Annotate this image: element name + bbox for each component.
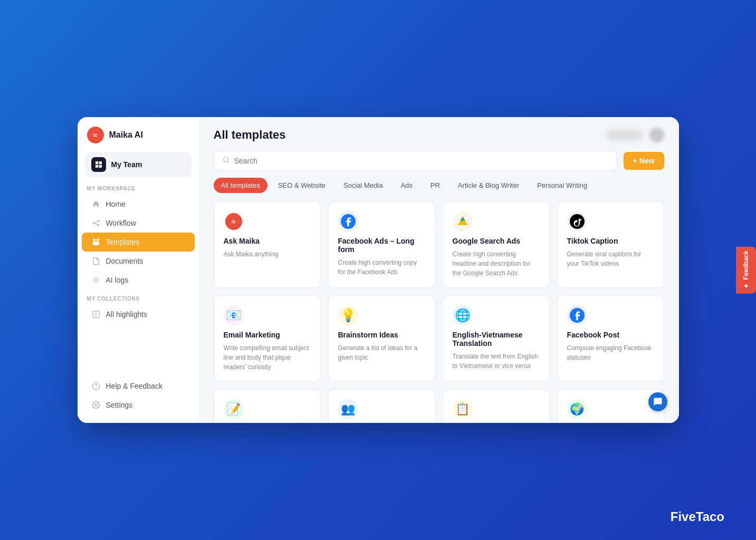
- ask-maika-icon: ≈: [224, 211, 244, 232]
- blog-ideas-icon: 🌍: [567, 399, 587, 419]
- svg-point-18: [95, 404, 97, 406]
- template-card-google-ads[interactable]: Google Search Ads Create high converting…: [443, 201, 550, 288]
- filter-tab-article[interactable]: Article & Blog Writer: [451, 178, 527, 193]
- new-button[interactable]: + New: [624, 152, 664, 170]
- translation-icon: 🌐: [453, 305, 473, 325]
- filter-tab-social[interactable]: Social Media: [336, 178, 390, 193]
- sidebar: ≈ Maika AI My Team MY WORKSPACE Home: [78, 117, 199, 423]
- team-selector[interactable]: My Team: [85, 152, 192, 177]
- svg-rect-1: [99, 161, 101, 164]
- sidebar-item-templates[interactable]: Templates: [82, 233, 195, 252]
- ask-maika-desc: Ask Maika anything: [224, 249, 311, 259]
- home-label: Home: [106, 200, 126, 208]
- brainstorm-title: Brainstorm Ideas: [338, 331, 425, 339]
- workflow-label: Workflow: [106, 219, 136, 227]
- svg-point-19: [223, 157, 228, 162]
- template-card-translation[interactable]: 🌐 English-Vietnamese Translation Transla…: [443, 295, 550, 382]
- search-bar[interactable]: [214, 151, 617, 170]
- help-icon: [91, 381, 101, 391]
- template-card-tiktok[interactable]: Tiktok Caption Generate viral captions f…: [557, 201, 664, 288]
- filter-tab-all[interactable]: All templates: [214, 178, 267, 193]
- logo-icon: ≈: [87, 127, 104, 143]
- svg-line-8: [94, 223, 98, 225]
- email-icon: 📧: [224, 305, 244, 325]
- template-card-blog-ideas[interactable]: 🌍 Article/Blog Ideas Generate compelling…: [557, 389, 664, 423]
- user-avatar-blurred: [649, 128, 664, 142]
- blog-outline-icon: 👥: [338, 399, 358, 419]
- sidebar-item-ailogs[interactable]: AI logs: [82, 271, 195, 290]
- sidebar-item-documents[interactable]: Documents: [82, 252, 195, 271]
- template-card-blog-title[interactable]: 📋 Article/Blog Title Craft captivating t…: [443, 389, 550, 423]
- filter-tab-ads[interactable]: Ads: [393, 178, 419, 193]
- svg-rect-10: [96, 239, 99, 240]
- sidebar-item-workflow[interactable]: Workflow: [82, 214, 195, 233]
- template-card-fb-ads[interactable]: Facebook Ads – Long form Create high con…: [328, 201, 435, 288]
- translation-title: English-Vietnamese Translation: [453, 331, 540, 348]
- templates-icon: [91, 237, 101, 247]
- main-header: All templates: [199, 117, 679, 142]
- home-icon: [91, 199, 101, 209]
- svg-rect-11: [93, 242, 99, 245]
- collections-label: MY COLLECTIONS: [78, 296, 199, 305]
- highlights-icon: [91, 310, 101, 319]
- filter-tab-personal[interactable]: Personal Writing: [530, 178, 595, 193]
- svg-point-6: [98, 225, 99, 226]
- search-row: + New: [214, 151, 664, 170]
- translation-desc: Translate the text from English to Vietn…: [453, 352, 540, 371]
- ailogs-label: AI logs: [106, 276, 129, 284]
- blog-title-icon: 📋: [453, 399, 473, 419]
- svg-rect-3: [99, 165, 101, 168]
- workspace-label: MY WORKSPACE: [78, 186, 199, 195]
- search-icon: [223, 156, 230, 165]
- google-ads-icon: [453, 211, 473, 232]
- chat-button[interactable]: [648, 392, 667, 411]
- google-ads-title: Google Search Ads: [453, 237, 540, 245]
- feedback-label: Feedback: [742, 250, 750, 279]
- workflow-icon: [91, 218, 101, 228]
- svg-line-7: [94, 221, 98, 223]
- search-input[interactable]: [234, 157, 608, 165]
- documents-icon: [91, 256, 101, 266]
- sidebar-item-highlights[interactable]: All highlights: [82, 305, 195, 324]
- svg-point-4: [93, 223, 94, 224]
- google-ads-desc: Create high converting headline and desc…: [453, 249, 540, 278]
- team-icon: [91, 157, 106, 172]
- sidebar-item-settings[interactable]: Settings: [82, 396, 195, 414]
- template-card-email[interactable]: 📧 Email Marketing Write compelling email…: [214, 295, 321, 382]
- sidebar-item-home[interactable]: Home: [82, 195, 195, 214]
- template-card-seo[interactable]: 📝 SEO Article Write full SEO article ult…: [214, 389, 321, 423]
- app-name: Maika AI: [109, 130, 143, 140]
- svg-point-5: [98, 220, 99, 222]
- template-card-fb-post[interactable]: Facebook Post Compose engaging Facebook …: [557, 295, 664, 382]
- svg-rect-2: [95, 165, 98, 168]
- template-card-ask-maika[interactable]: ≈ Ask Maika Ask Maika anything: [214, 201, 321, 288]
- svg-rect-9: [93, 239, 95, 240]
- ask-maika-title: Ask Maika: [224, 237, 311, 245]
- documents-label: Documents: [106, 257, 143, 265]
- template-card-blog-outline[interactable]: 👥 Article/Blog Outline Write an outline …: [328, 389, 435, 423]
- header-right: [606, 128, 664, 142]
- fb-ads-desc: Create high converting copy for the Face…: [338, 258, 425, 277]
- brainstorm-desc: Generate a list of ideas for a given top…: [338, 343, 425, 362]
- template-card-brainstorm[interactable]: 💡 Brainstorm Ideas Generate a list of id…: [328, 295, 435, 382]
- template-grid: ≈ Ask Maika Ask Maika anything Facebook …: [199, 193, 679, 423]
- tiktok-desc: Generate viral captions for your TikTok …: [567, 249, 654, 268]
- filter-tab-pr[interactable]: PR: [423, 178, 447, 193]
- tiktok-icon: [567, 211, 587, 232]
- main-content: All templates + New All templates SEO & …: [199, 117, 679, 423]
- settings-icon: [91, 400, 101, 410]
- help-label: Help & Feedback: [106, 382, 162, 390]
- settings-label: Settings: [106, 401, 133, 409]
- app-logo: ≈ Maika AI: [78, 127, 199, 152]
- fb-post-desc: Compose engaging Facebook statuses: [567, 343, 654, 362]
- seo-icon: 📝: [224, 399, 244, 419]
- filter-tab-seo[interactable]: SEO & Website: [271, 178, 333, 193]
- filter-tabs: All templates SEO & Website Social Media…: [199, 170, 679, 193]
- team-name: My Team: [111, 160, 142, 169]
- feedback-tab[interactable]: ✦ Feedback: [736, 246, 756, 293]
- svg-rect-0: [95, 161, 98, 164]
- feedback-icon: ✦: [742, 282, 750, 290]
- user-list-blurred: [606, 129, 643, 141]
- sidebar-item-help[interactable]: Help & Feedback: [82, 377, 195, 396]
- fb-post-icon: [567, 305, 587, 325]
